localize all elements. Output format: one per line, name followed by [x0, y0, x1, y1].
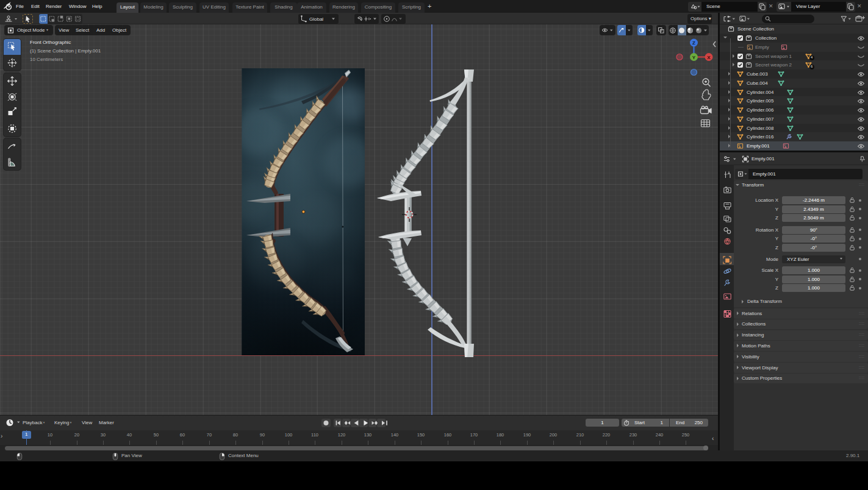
svg-text:Global: Global — [309, 16, 323, 21]
svg-text:Y: Y — [692, 55, 696, 60]
svg-text:X: X — [707, 55, 711, 60]
svg-text:Z: Z — [692, 40, 695, 46]
